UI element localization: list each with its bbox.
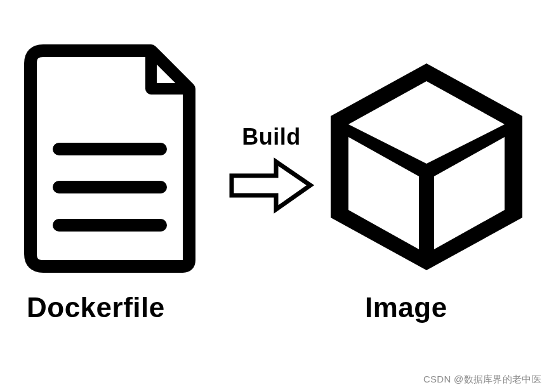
image-label: Image <box>365 292 447 323</box>
cube-3d-icon <box>314 56 539 278</box>
watermark-text: CSDN @数据库界的老中医 <box>423 374 541 386</box>
document-lines-icon <box>18 38 208 273</box>
build-step: Build <box>219 124 317 225</box>
diagram-canvas: Build Dockerfile Image CSDN @数据库界的老中医 <box>0 0 549 392</box>
arrow-label: Build <box>225 124 317 150</box>
dockerfile-label: Dockerfile <box>27 292 165 323</box>
arrow-right-icon <box>227 155 315 216</box>
